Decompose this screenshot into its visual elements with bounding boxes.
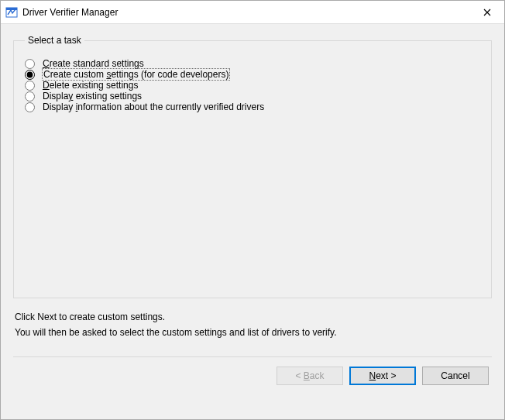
radio-display-info[interactable]: Display information about the currently …: [25, 102, 480, 112]
task-group: Select a task Create standard settings C…: [13, 35, 492, 298]
radio-input[interactable]: [25, 81, 35, 91]
radio-create-standard[interactable]: Create standard settings: [25, 58, 480, 69]
radio-create-custom[interactable]: Create custom settings (for code develop…: [25, 69, 480, 80]
radio-input[interactable]: [25, 59, 35, 69]
radio-delete-existing[interactable]: Delete existing settings: [25, 80, 480, 91]
next-button[interactable]: Next >: [349, 367, 416, 385]
radio-input[interactable]: [25, 91, 35, 102]
app-icon: [5, 6, 18, 19]
radio-label: Display information about the currently …: [43, 102, 264, 112]
radio-input[interactable]: [25, 102, 35, 112]
radio-list: Create standard settings Create custom s…: [25, 53, 480, 112]
svg-rect-1: [6, 8, 17, 10]
radio-input[interactable]: [25, 70, 35, 80]
description-text: Click Next to create custom settings. Yo…: [15, 309, 490, 341]
radio-display-existing[interactable]: Display existing settings: [25, 91, 480, 102]
window-title: Driver Verifier Manager: [22, 7, 470, 18]
dialog-window: Driver Verifier Manager Select a task Cr…: [0, 0, 505, 420]
cancel-button[interactable]: Cancel: [422, 367, 489, 385]
radio-label: Display existing settings: [43, 91, 142, 102]
group-legend: Select a task: [25, 35, 84, 46]
titlebar: Driver Verifier Manager: [1, 1, 504, 24]
radio-label: Create custom settings (for code develop…: [43, 69, 229, 80]
radio-label: Create standard settings: [43, 58, 144, 69]
description-line1: Click Next to create custom settings.: [15, 309, 490, 325]
button-row: < Back Next > Cancel: [13, 357, 492, 396]
description-line2: You will then be asked to select the cus…: [15, 325, 490, 340]
back-button[interactable]: < Back: [277, 367, 343, 385]
close-button[interactable]: [470, 1, 504, 23]
radio-label: Delete existing settings: [43, 80, 138, 91]
client-area: Select a task Create standard settings C…: [1, 24, 504, 419]
